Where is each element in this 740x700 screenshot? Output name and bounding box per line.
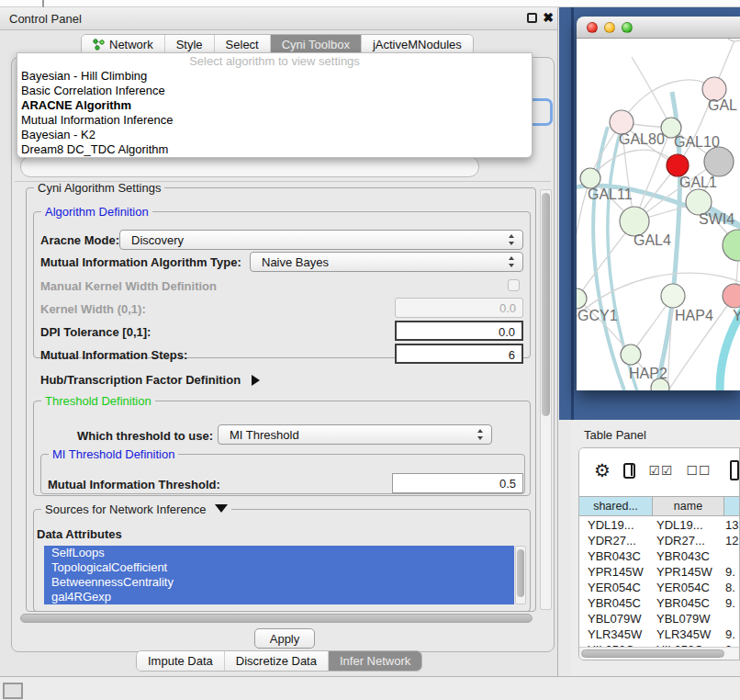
table-hscrollbar[interactable] xyxy=(579,647,740,660)
bottom-tabbar: Impute Data Discretize Data Infer Networ… xyxy=(136,650,422,672)
network-view-window: GAL GAL80 GAL10 GAL1 GAL11 SWI4 GAL4 GCY… xyxy=(577,17,740,390)
algorithm-dropdown-placeholder: Select algorithm to view settings xyxy=(17,53,532,69)
which-threshold-select[interactable]: MI Threshold xyxy=(218,424,492,445)
algorithm-definition-title: Algorithm Definition xyxy=(41,205,152,219)
table-panel: Table Panel ⚙ ☑☑ ☐☐ shared... name YDL19… xyxy=(571,420,740,676)
dpi-tolerance-field[interactable]: 0.0 xyxy=(395,321,523,341)
mi-steps-field[interactable]: 6 xyxy=(395,344,523,364)
gear-icon[interactable]: ⚙ xyxy=(594,459,611,481)
mi-threshold-definition-title: MI Threshold Definition xyxy=(49,447,178,461)
attributes-vscrollbar-thumb[interactable] xyxy=(517,549,524,597)
top-strip xyxy=(0,0,740,7)
algorithm-option[interactable]: Dream8 DC_TDC Algorithm xyxy=(17,142,532,157)
network-node-y-cut[interactable] xyxy=(723,284,740,308)
table-row[interactable]: YBR043CYBR043C xyxy=(579,548,740,564)
tab-jactivemnodules[interactable]: jActiveMNodules xyxy=(362,35,473,54)
hub-definition-toggle[interactable]: Hub/Transcription Factor Definition xyxy=(40,373,260,387)
list-item[interactable]: SelfLoops xyxy=(44,546,514,560)
tab-infer-network[interactable]: Infer Network xyxy=(329,651,421,671)
aracne-mode-label: Aracne Mode: xyxy=(40,233,119,247)
column-header-name[interactable]: name xyxy=(653,497,724,515)
which-threshold-value: MI Threshold xyxy=(230,428,299,442)
list-item[interactable]: gal4RGexp xyxy=(44,590,514,604)
tab-discretize-data[interactable]: Discretize Data xyxy=(225,651,329,671)
algorithm-option[interactable]: Bayesian - Hill Climbing xyxy=(17,69,532,84)
split-columns-icon[interactable] xyxy=(623,463,636,479)
kernel-width-label: Kernel Width (0,1): xyxy=(40,302,146,316)
document-icon[interactable] xyxy=(730,460,739,480)
stepper-icon xyxy=(509,256,515,267)
table-row[interactable]: YDL19...YDL19...13 xyxy=(579,517,740,533)
mi-algorithm-type-select[interactable]: Naive Bayes xyxy=(250,252,523,272)
attributes-vscrollbar[interactable] xyxy=(515,546,526,604)
node-label: GCY1 xyxy=(577,308,618,324)
algorithm-option[interactable]: Mutual Information Inference xyxy=(17,113,532,128)
bottom-strip xyxy=(0,676,740,700)
network-node-gal11[interactable] xyxy=(580,168,600,188)
tab-impute-data[interactable]: Impute Data xyxy=(137,651,225,671)
zoom-traffic-light-icon[interactable] xyxy=(622,22,633,33)
network-node-hap4[interactable] xyxy=(661,284,685,308)
node-label: GAL4 xyxy=(633,232,671,249)
table-header-row: shared... name xyxy=(579,496,740,516)
network-node-gray[interactable] xyxy=(704,147,734,176)
network-node[interactable] xyxy=(724,39,740,41)
deselect-all-checks-icon[interactable]: ☐☐ xyxy=(687,463,712,478)
which-threshold-label: Which threshold to use: xyxy=(77,429,213,443)
settings-hscrollbar-thumb[interactable] xyxy=(20,614,533,623)
table-row[interactable]: YDR27...YDR27...12 xyxy=(579,533,740,548)
ghost-network-combo[interactable] xyxy=(20,156,479,177)
settings-vscrollbar-thumb[interactable] xyxy=(542,193,550,416)
table-hscrollbar-thumb[interactable] xyxy=(581,649,724,658)
data-attributes-list[interactable]: SelfLoops TopologicalCoefficient Between… xyxy=(44,546,514,604)
desktop-edge xyxy=(571,7,574,420)
mi-threshold-field[interactable]: 0.5 xyxy=(392,473,523,493)
network-node-hap2[interactable] xyxy=(621,344,641,365)
sources-title[interactable]: Sources for Network Inference xyxy=(41,502,231,516)
stepper-icon xyxy=(509,234,515,245)
tab-style[interactable]: Style xyxy=(165,35,215,54)
algorithm-option[interactable]: Basic Correlation Inference xyxy=(17,84,532,98)
network-window-titlebar[interactable] xyxy=(577,17,740,39)
manual-kernel-width-checkbox[interactable] xyxy=(508,279,520,291)
tab-cyni-toolbox[interactable]: Cyni Toolbox xyxy=(271,35,362,54)
select-all-checks-icon[interactable]: ☑☑ xyxy=(648,463,673,478)
close-traffic-light-icon[interactable] xyxy=(587,22,598,33)
aracne-mode-select[interactable]: Discovery xyxy=(119,230,523,250)
restore-panel-icon[interactable] xyxy=(3,683,23,699)
chevron-down-icon xyxy=(215,504,228,513)
close-icon[interactable]: ✖ xyxy=(543,10,554,25)
list-item[interactable]: TopologicalCoefficient xyxy=(44,560,514,575)
settings-vscrollbar[interactable] xyxy=(540,189,552,610)
network-node-swi4[interactable] xyxy=(723,230,740,261)
tab-network[interactable]: Network xyxy=(82,35,165,54)
algorithm-option[interactable]: Bayesian - K2 xyxy=(17,128,532,142)
float-window-icon[interactable] xyxy=(527,13,537,23)
table-row[interactable]: YBL079WYBL079W xyxy=(579,611,740,627)
tab-select[interactable]: Select xyxy=(215,35,271,54)
aracne-mode-value: Discovery xyxy=(131,233,184,247)
control-panel-title: Control Panel xyxy=(9,12,82,26)
node-label: GAL1 xyxy=(679,175,717,191)
table-row[interactable]: YER054CYER054C8. xyxy=(579,580,740,595)
network-node-selected-red[interactable] xyxy=(667,154,689,176)
algorithm-option-selected[interactable]: ARACNE Algorithm xyxy=(17,98,532,113)
minimize-traffic-light-icon[interactable] xyxy=(604,22,615,33)
table-row[interactable]: YPR145WYPR145W9. xyxy=(579,564,740,580)
network-canvas[interactable]: GAL GAL80 GAL10 GAL1 GAL11 SWI4 GAL4 GCY… xyxy=(577,39,740,390)
cyni-algorithm-settings-title: Cyni Algorithm Settings xyxy=(34,181,164,195)
column-header-cut[interactable] xyxy=(724,497,740,515)
tab-network-label: Network xyxy=(109,38,153,51)
apply-button[interactable]: Apply xyxy=(254,628,315,649)
algorithm-dropdown-popup: Select algorithm to view settings Bayesi… xyxy=(17,52,533,158)
stepper-icon xyxy=(477,429,484,440)
table-row[interactable]: YLR345WYLR345W9. xyxy=(579,627,740,642)
dpi-tolerance-label: DPI Tolerance [0,1]: xyxy=(40,325,151,339)
kernel-width-field[interactable]: 0.0 xyxy=(395,298,523,318)
column-header-shared-name[interactable]: shared... xyxy=(579,497,653,515)
list-item[interactable]: BetweennessCentrality xyxy=(44,575,514,590)
table-row[interactable]: YBR045CYBR045C9. xyxy=(579,595,740,611)
node-label: GAL xyxy=(708,97,737,114)
chevron-right-icon xyxy=(252,375,260,386)
node-label: HAP2 xyxy=(629,366,667,382)
